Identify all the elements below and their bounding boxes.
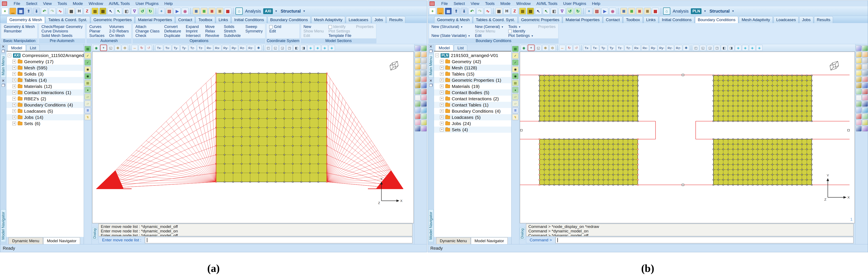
zoom-out-icon[interactable]: ⊖ [549,45,556,51]
menu-help[interactable]: Help [592,1,600,6]
pan-icon[interactable]: ↔ [131,45,138,51]
tab-results[interactable]: Results [814,16,833,23]
grid-icon[interactable]: ▦ [68,8,75,14]
expand-icon[interactable]: + [440,128,444,131]
cube-view-1-icon[interactable]: ◰ [265,45,272,51]
grid-icon[interactable]: ▦ [495,8,502,14]
tab-links[interactable]: Links [644,16,658,23]
tool-icon[interactable] [421,114,427,119]
tree-item-boundary-conditions[interactable]: +Boundary Conditions(4) [6,102,84,108]
pick-element-icon[interactable]: ↖ [115,8,122,14]
tool-icon[interactable] [415,95,421,100]
view-tx-button[interactable]: Tx↓ [583,45,591,51]
tree-item-jobs[interactable]: +Jobs(14) [6,114,84,120]
tool-icon[interactable] [862,107,868,113]
view-rx-button[interactable]: Rx↓ [205,45,213,51]
curve-divisions-button[interactable]: Curve Divisions [41,29,83,33]
plot-elements-check-icon[interactable]: ✓ [512,53,519,59]
identify-colors-icon[interactable]: ◉ [182,8,188,14]
tool-icon[interactable] [421,52,427,57]
view-next-icon[interactable]: ↻ [575,8,581,14]
tool-icon[interactable] [415,101,421,107]
tab-initial-conditions[interactable]: Initial Conditions [231,16,267,23]
defeature-button[interactable]: Defeature [164,29,181,33]
tool-icon[interactable] [862,83,868,88]
tool-icon[interactable] [421,89,427,94]
expand-icon[interactable]: + [440,78,444,82]
list-store-icon[interactable]: ≣ [216,8,223,14]
revolve-button[interactable]: Revolve [205,33,219,38]
menu-view[interactable]: View [470,1,479,6]
edit-button[interactable]: Edit [475,33,504,38]
table-remove-icon[interactable]: ▦ [652,8,659,14]
tool-icon[interactable] [856,83,862,88]
tool-icon[interactable] [862,45,868,51]
menu-mode[interactable]: Mode [73,1,83,6]
new-general-button[interactable]: New (General)▼ [475,25,504,29]
tool-icon[interactable] [415,120,421,125]
pick-node-icon[interactable]: ↖ [535,8,542,14]
tool-icon[interactable] [421,64,427,69]
structural-menu[interactable]: Structural [280,9,301,14]
cube-view-6-icon[interactable]: ◨ [300,45,307,51]
app-menu-icon[interactable] [430,1,435,6]
plot-elements-check-icon[interactable]: ✓ [85,53,91,59]
plot-cbody-icon[interactable]: ▱ [85,94,91,100]
list-select-icon[interactable]: ≣ [512,107,519,113]
solids-button[interactable]: Solids [224,25,241,29]
cube-view-2-icon[interactable]: ◱ [700,45,706,51]
export-model-icon[interactable]: ⇓ [461,8,467,14]
tool-icon[interactable] [856,70,862,76]
view-settings-gear-icon[interactable]: ✱ [255,45,262,51]
pick-node-icon[interactable]: ↖ [107,8,114,14]
redo-icon[interactable]: ↷ [476,8,483,14]
expand-icon[interactable]: + [440,85,444,88]
view-rz-button[interactable]: Rz↕ [247,45,255,51]
tab-geometric-properties[interactable]: Geometric Properties [518,16,562,23]
tool-icon[interactable] [856,45,862,51]
flash-icon[interactable]: ↯ [85,114,91,120]
menu-ai-ml-tools[interactable]: AI/ML Tools [536,1,557,6]
identify-colors-icon[interactable]: ◉ [609,8,616,14]
geometry-mesh-button[interactable]: Geometry & Mesh [4,25,35,29]
rotate-ccw-icon[interactable]: ↺ [146,45,152,51]
tool-icon[interactable] [856,52,862,57]
popout-icon[interactable] [2,50,5,53]
new-file-icon[interactable]: + [429,8,436,14]
tool-icon[interactable] [856,114,862,119]
attach-button[interactable]: Attach [135,25,159,29]
import-model-icon[interactable]: ⇑ [453,8,460,14]
view-ty-button[interactable]: Ty↕ [608,45,616,51]
tab-model[interactable]: Model [435,44,454,51]
menu-file[interactable]: File [441,1,448,6]
tab-tables-coord-syst[interactable]: Tables & Coord. Syst. [473,16,518,23]
open-model-icon[interactable]: ▁ [9,8,16,14]
shade-icon[interactable]: ◧ [123,8,130,14]
tab-jobs[interactable]: Jobs [799,16,813,23]
console-output[interactable]: Command > *node_display_on *redrawComman… [526,224,854,236]
cube-view-4-icon[interactable]: ◳ [286,45,293,51]
tree-item-geometry[interactable]: +Geometry(17) [6,59,84,65]
tool-icon[interactable] [421,126,427,131]
mesh-plot-icon[interactable]: ▦ [519,8,526,14]
tab-boundary-conditions[interactable]: Boundary Conditions [695,16,738,23]
tree-item-contact-interactions[interactable]: +Contact Interactions(1) [6,89,84,96]
iso-view-2-icon[interactable]: ◈ [742,45,748,51]
tab-toolbox[interactable]: Toolbox [623,16,643,23]
view-rz-button[interactable]: Rz↕ [675,45,682,51]
view-ry-button[interactable]: Ry↓ [222,45,230,51]
tool-icon[interactable] [415,52,421,57]
tool-icon[interactable] [856,120,862,125]
save-model-icon[interactable]: ▦ [445,8,452,14]
tab-dynamic-menu[interactable]: Dynamic Menu [436,237,470,244]
view-tx-button[interactable]: Tx↕ [164,45,172,51]
filter-icon[interactable]: ∇ [559,8,565,14]
collapse-icon[interactable]: − [435,54,439,57]
tool-icon[interactable] [421,58,427,63]
plot-elements-solid-icon[interactable]: ▦ [512,46,519,52]
tool-icon[interactable] [856,89,862,94]
plot-cbody-icon[interactable]: ▱ [512,94,519,100]
analysis-type-badge[interactable]: PLN [691,8,702,14]
popout-icon[interactable] [429,84,432,87]
calculator-icon[interactable]: ▤ [593,8,600,14]
